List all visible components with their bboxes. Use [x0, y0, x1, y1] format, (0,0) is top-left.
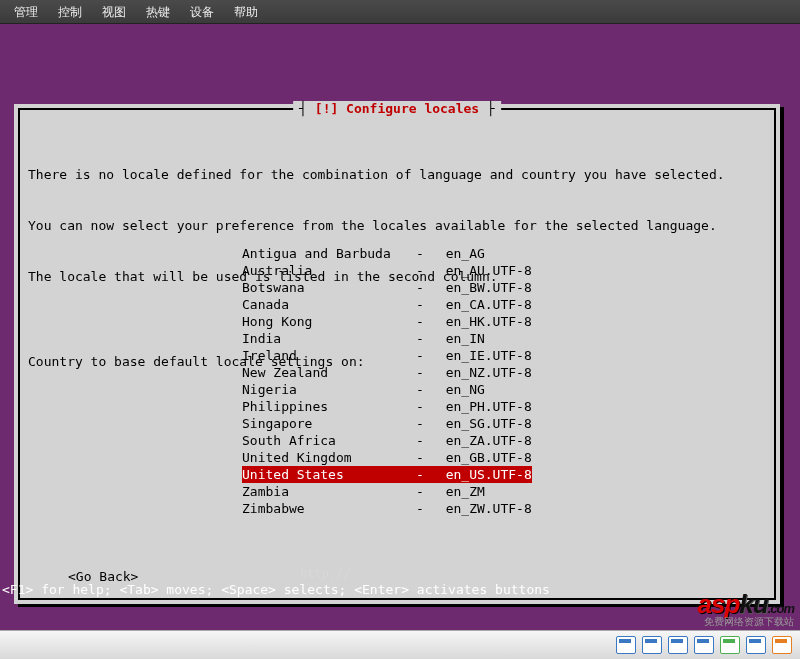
help-line: <F1> for help; <Tab> moves; <Space> sele…	[2, 582, 550, 597]
separator-dash: -	[410, 364, 430, 381]
menu-help[interactable]: 帮助	[226, 2, 266, 23]
locale-country: India	[242, 330, 410, 347]
network-icon[interactable]	[720, 636, 740, 654]
locale-row[interactable]: Singapore- en_SG.UTF-8	[242, 415, 532, 432]
separator-dash: -	[410, 347, 430, 364]
locale-country: Canada	[242, 296, 410, 313]
locale-row[interactable]: South Africa- en_ZA.UTF-8	[242, 432, 532, 449]
url-watermark: http://	[300, 567, 351, 581]
locale-code: en_ZA.UTF-8	[430, 432, 532, 449]
configure-locales-dialog: ┤ [!] Configure locales ├ There is no lo…	[14, 104, 780, 604]
locale-row[interactable]: Ireland- en_IE.UTF-8	[242, 347, 532, 364]
locale-row[interactable]: Botswana- en_BW.UTF-8	[242, 279, 532, 296]
locale-country: Philippines	[242, 398, 410, 415]
locale-country: Zambia	[242, 483, 410, 500]
locale-country: Singapore	[242, 415, 410, 432]
locale-country: Hong Kong	[242, 313, 410, 330]
menu-view[interactable]: 视图	[94, 2, 134, 23]
separator-dash: -	[410, 500, 430, 517]
locale-code: en_HK.UTF-8	[430, 313, 532, 330]
separator-dash: -	[410, 415, 430, 432]
locale-country: Botswana	[242, 279, 410, 296]
separator-dash: -	[410, 449, 430, 466]
locale-country: Australia	[242, 262, 410, 279]
separator-dash: -	[410, 245, 430, 262]
locale-country: South Africa	[242, 432, 410, 449]
locale-code: en_ZM	[430, 483, 530, 500]
locale-code: en_NG	[430, 381, 530, 398]
locale-list[interactable]: Antigua and Barbuda- en_AGAustralia- en_…	[242, 245, 532, 517]
locale-code: en_BW.UTF-8	[430, 279, 532, 296]
mouse-integration-icon[interactable]	[772, 636, 792, 654]
hard-disk-icon[interactable]	[642, 636, 662, 654]
body-line: You can now select your preference from …	[28, 217, 766, 234]
locale-row[interactable]: Antigua and Barbuda- en_AG	[242, 245, 532, 262]
locale-row[interactable]: United Kingdom- en_GB.UTF-8	[242, 449, 532, 466]
separator-dash: -	[410, 330, 430, 347]
menu-devices[interactable]: 设备	[182, 2, 222, 23]
separator-dash: -	[410, 381, 430, 398]
menu-control[interactable]: 控制	[50, 2, 90, 23]
locale-code: en_AU.UTF-8	[430, 262, 532, 279]
locale-code: en_GB.UTF-8	[430, 449, 532, 466]
separator-dash: -	[410, 398, 430, 415]
locale-row[interactable]: United States- en_US.UTF-8	[242, 466, 532, 483]
locale-row[interactable]: New Zealand- en_NZ.UTF-8	[242, 364, 532, 381]
locale-code: en_IN	[430, 330, 530, 347]
body-line: There is no locale defined for the combi…	[28, 166, 766, 183]
locale-row[interactable]: Zimbabwe- en_ZW.UTF-8	[242, 500, 532, 517]
locale-code: en_PH.UTF-8	[430, 398, 532, 415]
locale-country: New Zealand	[242, 364, 410, 381]
optical-drive-icon[interactable]	[616, 636, 636, 654]
locale-country: Zimbabwe	[242, 500, 410, 517]
locale-code: en_IE.UTF-8	[430, 347, 532, 364]
separator-dash: -	[410, 432, 430, 449]
locale-row[interactable]: Philippines- en_PH.UTF-8	[242, 398, 532, 415]
locale-code: en_SG.UTF-8	[430, 415, 532, 432]
locale-code: en_CA.UTF-8	[430, 296, 532, 313]
locale-country: Nigeria	[242, 381, 410, 398]
shared-folder-icon[interactable]	[694, 636, 714, 654]
locale-row[interactable]: Canada- en_CA.UTF-8	[242, 296, 532, 313]
display-icon[interactable]	[746, 636, 766, 654]
vm-menubar: 管理 控制 视图 热键 设备 帮助	[0, 0, 800, 24]
locale-country: United States	[242, 466, 410, 483]
locale-row[interactable]: India- en_IN	[242, 330, 532, 347]
locale-country: Antigua and Barbuda	[242, 245, 410, 262]
separator-dash: -	[410, 466, 430, 483]
separator-dash: -	[410, 313, 430, 330]
separator-dash: -	[410, 262, 430, 279]
menu-hotkeys[interactable]: 热键	[138, 2, 178, 23]
terminal-area: ┤ [!] Configure locales ├ There is no lo…	[0, 24, 800, 631]
locale-row[interactable]: Zambia- en_ZM	[242, 483, 532, 500]
locale-code: en_NZ.UTF-8	[430, 364, 532, 381]
dialog-title: ┤ [!] Configure locales ├	[293, 101, 501, 116]
locale-row[interactable]: Nigeria- en_NG	[242, 381, 532, 398]
locale-row[interactable]: Australia- en_AU.UTF-8	[242, 262, 532, 279]
usb-icon[interactable]	[668, 636, 688, 654]
locale-row[interactable]: Hong Kong- en_HK.UTF-8	[242, 313, 532, 330]
separator-dash: -	[410, 279, 430, 296]
dialog-frame: ┤ [!] Configure locales ├ There is no lo…	[18, 108, 776, 600]
locale-code: en_US.UTF-8	[430, 466, 532, 483]
menu-manage[interactable]: 管理	[6, 2, 46, 23]
locale-code: en_ZW.UTF-8	[430, 500, 532, 517]
vm-statusbar	[0, 630, 800, 659]
separator-dash: -	[410, 483, 430, 500]
locale-code: en_AG	[430, 245, 530, 262]
locale-country: United Kingdom	[242, 449, 410, 466]
separator-dash: -	[410, 296, 430, 313]
locale-country: Ireland	[242, 347, 410, 364]
